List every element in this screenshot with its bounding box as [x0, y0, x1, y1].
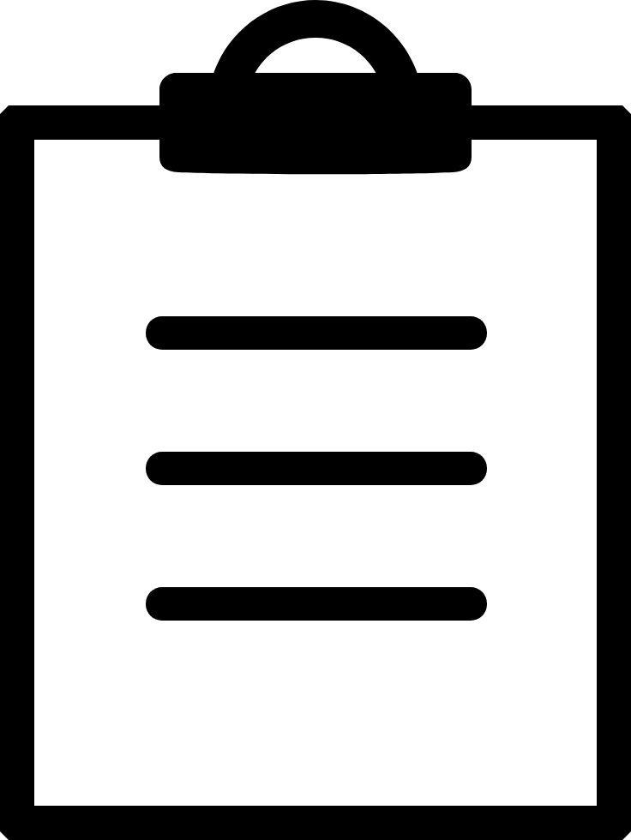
clipboard-icon — [0, 0, 631, 840]
svg-rect-0 — [146, 316, 487, 350]
svg-rect-2 — [146, 587, 487, 621]
svg-rect-1 — [146, 452, 487, 485]
